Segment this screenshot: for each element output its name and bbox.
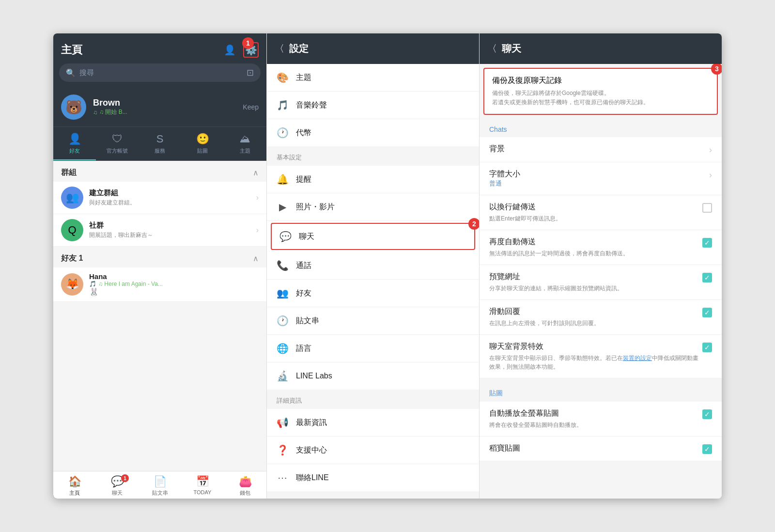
chat-back-arrow[interactable]: 〈 [487, 42, 497, 55]
settings-theme[interactable]: 🎨 主題 [267, 64, 479, 92]
chat-badge: 1 [121, 474, 129, 482]
swipe-reply-checkbox[interactable]: ✓ [702, 308, 712, 317]
sticker-section-label: 貼圖 [480, 382, 722, 402]
rabo-sticker-row[interactable]: 稻寶貼圖 ✓ [480, 437, 722, 461]
step-2-badge: 2 [468, 218, 479, 230]
step-3-badge: 3 [711, 64, 722, 75]
detail-settings-label: 詳細資訊 [267, 390, 479, 409]
font-size-title: 字體大小 [489, 169, 709, 179]
enter-send-checkbox[interactable] [702, 203, 712, 213]
background-row[interactable]: 背景 › [480, 137, 722, 162]
background-chevron: › [709, 145, 712, 155]
settings-music[interactable]: 🎵 音樂鈴聲 [267, 92, 479, 119]
create-group-item[interactable]: 👥 建立群組 與好友建立群組。 › [53, 182, 266, 214]
enter-send-title: 以換行鍵傳送 [489, 202, 702, 212]
bottom-nav-wallet[interactable]: 👛 錢包 [224, 475, 266, 497]
settings-coin[interactable]: 🕐 代幣 [267, 119, 479, 146]
tab-theme[interactable]: ⛰ 主題 [224, 133, 266, 160]
search-bar[interactable]: 🔍 搜尋 ⊡ [59, 63, 261, 82]
music-icon: 🎵 [277, 99, 288, 111]
basic-settings-label: 基本設定 [267, 146, 479, 166]
settings-friends[interactable]: 👥 好友 [267, 280, 479, 307]
home-top-bar: 主頁 👤 ⚙️ [53, 33, 266, 63]
chat-icon: 💬 [279, 231, 291, 242]
preview-url-title: 預覽網址 [489, 272, 702, 282]
font-size-row[interactable]: 字體大小 普通 › [480, 162, 722, 195]
settings-header: 〈 設定 [267, 33, 479, 64]
search-icon: 🔍 [66, 68, 76, 78]
keep-button[interactable]: Keep [243, 103, 259, 111]
bg-effect-sub: 在聊天室背景中顯示節日、季節等動態特效。若已在裝置的設定中降低或關閉動畫效果，則… [489, 354, 702, 371]
friends-title: 好友 1 [61, 253, 83, 264]
settings-contact[interactable]: ⋯ 聯絡LINE [267, 464, 479, 491]
chat-settings-header: 〈 聊天 [480, 33, 722, 64]
backup-sub: 備份後，聊天記錄將儲存於Google雲端硬碟。若遺失或更換新的智慧手機時，也可復… [492, 89, 709, 107]
theme-icon: 🎨 [277, 72, 288, 83]
tab-official[interactable]: 🛡 官方帳號 [96, 133, 139, 160]
social-item[interactable]: Q 社群 開展話題，聊出新麻吉～ › [53, 214, 266, 247]
settings-posts[interactable]: 🕐 貼文串 [267, 307, 479, 335]
device-settings-link[interactable]: 裝置的設定 [623, 355, 652, 361]
settings-panel: 〈 設定 🎨 主題 🎵 音樂鈴聲 🕐 代幣 基本設定 [266, 33, 480, 499]
coin-icon: 🕐 [277, 127, 288, 139]
auto-send-checkbox[interactable]: ✓ [702, 238, 712, 248]
friends-content: 群組 ∧ 👥 建立群組 與好友建立群組。 › Q 社群 開展話題，聊出新麻吉～ … [53, 161, 266, 471]
language-icon: 🌐 [277, 343, 288, 354]
settings-photo[interactable]: ▶ 照片・影片 [267, 193, 479, 221]
tab-sticker[interactable]: 🙂 貼圖 [181, 133, 224, 160]
preview-url-row[interactable]: 預覽網址 分享於聊天室的連結，將顯示縮圖並預覽網站資訊。 ✓ [480, 265, 722, 300]
tab-friends[interactable]: 👤 好友 [53, 133, 96, 160]
preview-url-checkbox[interactable]: ✓ [702, 273, 712, 282]
reminder-icon: 🔔 [277, 173, 288, 185]
settings-news[interactable]: 📢 最新資訊 [267, 409, 479, 437]
hana-avatar: 🦊 [61, 273, 83, 296]
hana-sub-icon: 🐰 [89, 287, 259, 297]
backup-section[interactable]: 備份及復原聊天記錄 備份後，聊天記錄將儲存於Google雲端硬碟。若遺失或更換新… [483, 68, 718, 115]
contact-icon: ⋯ [277, 472, 288, 484]
home-title: 主頁 [61, 43, 82, 57]
settings-chat[interactable]: 💬 聊天 2 [271, 223, 475, 250]
bottom-nav-post[interactable]: 📄 貼文串 [139, 475, 181, 497]
bottom-nav-home[interactable]: 🏠 主頁 [53, 475, 96, 497]
rabo-sticker-checkbox[interactable]: ✓ [702, 444, 712, 454]
profile-section[interactable]: 🐻 Brown ♫ ♫ 開始 B... Keep [53, 88, 266, 127]
bg-effect-row[interactable]: 聊天室背景特效 在聊天室背景中顯示節日、季節等動態特效。若已在裝置的設定中降低或… [480, 335, 722, 378]
step-1-badge: 1 [242, 37, 254, 49]
profile-icon[interactable]: 👤 [222, 42, 237, 58]
chats-section-label: Chats [480, 119, 722, 137]
backup-title: 備份及復原聊天記錄 [492, 76, 709, 86]
groups-title: 群組 [61, 168, 77, 178]
social-info: 社群 開展話題，聊出新麻吉～ [89, 221, 250, 239]
settings-labs[interactable]: 🔬 LINE Labs [267, 362, 479, 390]
auto-send-row[interactable]: 再度自動傳送 無法傳送的訊息於一定時間過後，將會再度自動傳送。 ✓ [480, 230, 722, 265]
support-icon: ❓ [277, 444, 288, 456]
settings-call[interactable]: 📞 通話 [267, 252, 479, 280]
settings-reminder[interactable]: 🔔 提醒 [267, 166, 479, 193]
auto-play-sticker-row[interactable]: 自動播放全螢幕貼圖 將會在收發全螢幕貼圖時自動播放。 ✓ [480, 402, 722, 437]
bottom-nav-today[interactable]: 📅 TODAY [181, 475, 224, 497]
search-placeholder: 搜尋 [79, 68, 94, 78]
background-title: 背景 [489, 144, 709, 154]
auto-send-sub: 無法傳送的訊息於一定時間過後，將會再度自動傳送。 [489, 249, 702, 258]
tab-service[interactable]: S 服務 [139, 133, 181, 160]
photo-icon: ▶ [277, 201, 288, 213]
news-icon: 📢 [277, 417, 288, 428]
social-chevron: › [256, 226, 259, 235]
hana-info: Hana 🎵 ♫ Here I am Again - Va... 🐰 [89, 272, 259, 297]
auto-play-sticker-checkbox[interactable]: ✓ [702, 409, 712, 419]
settings-back-arrow[interactable]: 〈 [275, 42, 284, 55]
enter-send-row[interactable]: 以換行鍵傳送 點選Enter鍵即可傳送訊息。 [480, 195, 722, 230]
swipe-reply-title: 滑動回覆 [489, 307, 702, 317]
scan-icon: ⊡ [247, 67, 254, 78]
bg-effect-checkbox[interactable]: ✓ [702, 343, 712, 352]
chat-settings-title: 聊天 [502, 42, 521, 55]
swipe-reply-row[interactable]: 滑動回覆 在訊息上向左滑後，可針對該則訊息回覆。 ✓ [480, 300, 722, 335]
bottom-nav-chat[interactable]: 💬 1 聊天 [96, 475, 139, 497]
social-avatar: Q [61, 219, 83, 241]
hana-item[interactable]: 🦊 Hana 🎵 ♫ Here I am Again - Va... 🐰 [53, 267, 266, 302]
settings-language[interactable]: 🌐 語言 [267, 335, 479, 362]
settings-support[interactable]: ❓ 支援中心 [267, 437, 479, 464]
groups-chevron: ∧ [253, 168, 259, 177]
swipe-reply-sub: 在訊息上向左滑後，可針對該則訊息回覆。 [489, 319, 702, 328]
preview-url-sub: 分享於聊天室的連結，將顯示縮圖並預覽網站資訊。 [489, 284, 702, 293]
